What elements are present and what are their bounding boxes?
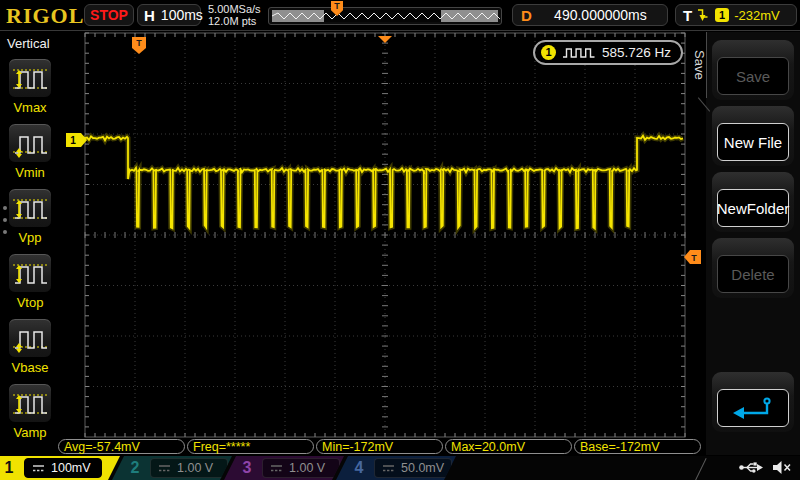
channel-scale-value: 1.00 V (289, 461, 325, 475)
menu-button-label: NewFolder (717, 200, 790, 217)
d-label: D (521, 7, 532, 24)
channel-number: 2 (126, 459, 144, 477)
back-button[interactable] (712, 372, 794, 432)
vtop-icon (10, 254, 50, 290)
channel-scale-value: 50.0mV (401, 461, 444, 475)
measurement-readout-2: Min=-172mV (316, 439, 443, 454)
delay-value: 490.000000ms (542, 7, 667, 23)
left-menu-item-vbase[interactable]: Vbase (0, 318, 60, 375)
left-measure-menu: Vertical VmaxVminVppVtopVbaseVamp (0, 32, 60, 455)
h-label: H (144, 7, 155, 24)
channel-scale-value: 100mV (51, 461, 91, 475)
trigger-source-badge: 1 (715, 8, 729, 22)
speaker-muted-icon (772, 460, 792, 475)
vmax-icon (10, 59, 50, 95)
vbase-icon (10, 319, 50, 355)
left-menu-title: Vertical (0, 32, 60, 51)
trigger-position-marker-icon[interactable]: T (132, 37, 146, 54)
svg-text:1: 1 (70, 135, 76, 146)
left-menu-item-vamp[interactable]: Vamp (0, 383, 60, 440)
dc-coupling-icon (158, 464, 171, 473)
channel-scale-value: 1.00 V (177, 461, 213, 475)
channel-1-status[interactable]: 1100mV (0, 456, 120, 480)
oscilloscope-screen: RIGOL STOP H 100ms 5.00MSa/s 12.0M pts T… (0, 0, 800, 480)
rigol-logo: RIGOL (6, 3, 84, 29)
menu-button-label: Delete (731, 266, 774, 283)
dc-coupling-icon (382, 464, 395, 473)
left-menu-item-vmin[interactable]: Vmin (0, 123, 60, 180)
thumbnail-wave (269, 8, 501, 24)
channel-bar-divider (694, 458, 706, 480)
t-label: T (683, 7, 692, 24)
channel-number: 3 (238, 459, 256, 477)
left-menu-item-vtop[interactable]: Vtop (0, 253, 60, 310)
acquisition-info: 5.00MSa/s 12.0M pts (208, 3, 261, 27)
return-arrow-icon (731, 394, 775, 422)
menu-tab-border (706, 32, 707, 98)
left-menu-item-label: Vmin (0, 165, 60, 180)
menu-button-label: Save (736, 68, 770, 85)
new-file-button[interactable]: New File (712, 106, 794, 166)
menu-tab-label: Save (692, 50, 707, 120)
vpp-icon (10, 189, 50, 225)
channel-number: 4 (350, 459, 368, 477)
counter-channel-badge: 1 (541, 45, 556, 60)
measurement-readout-3: Max=20.0mV (445, 439, 572, 454)
left-menu-item-label: Vpp (0, 230, 60, 245)
measurement-readout-1: Freq=***** (187, 439, 314, 454)
memory-depth: 12.0M pts (208, 15, 261, 27)
timebase-value: 100ms (161, 7, 203, 23)
channel-4-status[interactable]: 450.0mV (336, 456, 470, 480)
left-menu-item-label: Vtop (0, 295, 60, 310)
run-state-label: STOP (90, 7, 128, 23)
menu-button-label: New File (724, 134, 782, 151)
left-menu-item-label: Vbase (0, 360, 60, 375)
measurement-readout-4: Base=-172mV (574, 439, 701, 454)
horizontal-timebase-box[interactable]: H 100ms (137, 4, 201, 26)
vamp-icon (10, 384, 50, 420)
counter-frequency-value: 585.726 Hz (602, 45, 671, 60)
measurement-readout-0: Avg=-57.4mV (58, 439, 185, 454)
channel-number: 1 (0, 459, 18, 477)
save-button[interactable]: Save (712, 40, 794, 100)
usb-icon (738, 460, 764, 475)
trigger-level-value: -232mV (734, 8, 780, 23)
delete-button[interactable]: Delete (712, 238, 794, 298)
dc-coupling-icon (32, 464, 45, 473)
dc-coupling-icon (270, 464, 283, 473)
frequency-counter: 1 585.726 Hz (533, 40, 683, 65)
sample-rate: 5.00MSa/s (208, 3, 261, 15)
svg-text:T: T (691, 253, 697, 263)
falling-edge-icon (697, 7, 710, 23)
left-menu-item-vpp[interactable]: Vpp (0, 188, 60, 245)
new-folder-button[interactable]: NewFolder (712, 172, 794, 232)
left-menu-item-label: Vamp (0, 425, 60, 440)
delay-box[interactable]: D 490.000000ms (512, 4, 668, 26)
vmin-icon (10, 124, 50, 160)
svg-text:T: T (136, 38, 142, 48)
trigger-box[interactable]: T 1 -232mV (675, 4, 797, 26)
square-wave-icon (562, 46, 596, 59)
horizontal-ref-marker-icon[interactable] (378, 36, 392, 43)
channel-bar: 1100mV21.00 V31.00 V450.0mV (0, 456, 800, 480)
left-menu-item-label: Vmax (0, 100, 60, 115)
scope-display[interactable]: T1T (60, 30, 705, 450)
waveform-thumbnail[interactable] (268, 7, 502, 25)
trigger-level-marker-icon[interactable]: T (684, 250, 701, 264)
left-menu-item-vmax[interactable]: Vmax (0, 58, 60, 115)
run-state-badge[interactable]: STOP (84, 4, 134, 26)
